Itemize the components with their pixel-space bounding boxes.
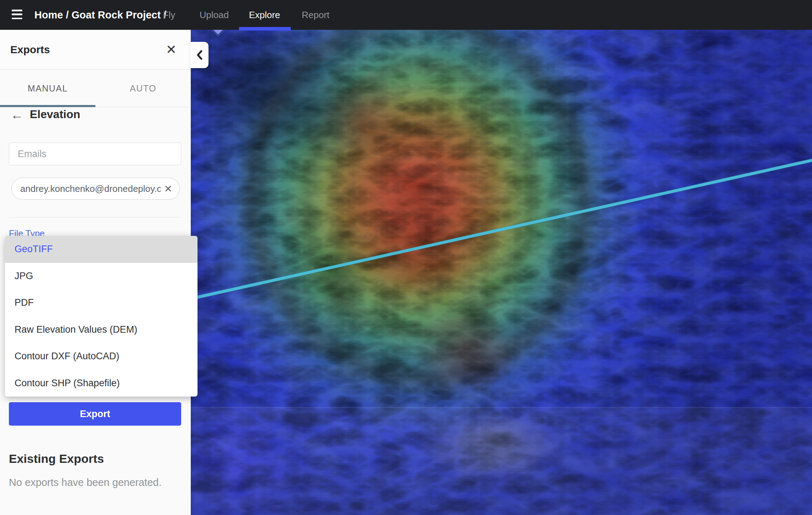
- chevron-left-icon: [196, 50, 203, 60]
- close-icon[interactable]: ✕: [166, 43, 177, 57]
- nav-tab-fly[interactable]: Fly: [163, 0, 176, 30]
- active-nav-tab-underline: [239, 27, 291, 31]
- chip-remove-icon[interactable]: ✕: [161, 183, 172, 195]
- menu-icon[interactable]: [12, 10, 22, 20]
- email-chip[interactable]: andrey.konchenko@dronedeploy.c... ✕: [11, 178, 180, 200]
- tab-manual[interactable]: MANUAL: [0, 70, 95, 107]
- dropdown-option-geotiff[interactable]: GeoTIFF: [5, 236, 198, 263]
- file-type-dropdown: GeoTIFF JPG PDF Raw Elevation Values (DE…: [5, 236, 198, 397]
- export-type-title: Elevation: [30, 108, 80, 121]
- export-button[interactable]: Export: [9, 402, 181, 426]
- existing-exports-empty-message: No exports have been generated.: [9, 477, 161, 488]
- panel-tabs: MANUAL AUTO: [0, 70, 191, 107]
- elevation-map[interactable]: [191, 30, 812, 515]
- tab-auto[interactable]: AUTO: [95, 70, 191, 107]
- dropdown-option-jpg[interactable]: JPG: [5, 263, 198, 290]
- emails-input[interactable]: [9, 143, 181, 165]
- flight-path-line: [191, 30, 812, 515]
- dropdown-option-pdf[interactable]: PDF: [5, 289, 198, 316]
- dropdown-option-shp[interactable]: Contour SHP (Shapefile): [5, 370, 198, 397]
- active-tab-underline: [0, 105, 95, 107]
- breadcrumb[interactable]: Home / Goat Rock Project /: [34, 0, 166, 30]
- dropdown-option-dxf[interactable]: Contour DXF (AutoCAD): [5, 343, 198, 370]
- back-arrow-icon[interactable]: ←: [11, 109, 23, 121]
- nav-tab-explore[interactable]: Explore: [249, 0, 280, 30]
- panel-title: Exports: [10, 30, 50, 70]
- top-nav-bar: Home / Goat Rock Project / Fly Upload Ex…: [0, 0, 812, 30]
- nav-tab-upload[interactable]: Upload: [200, 0, 229, 30]
- email-chip-text: andrey.konchenko@dronedeploy.c...: [20, 183, 161, 194]
- existing-exports-title: Existing Exports: [9, 452, 104, 466]
- exports-panel-header: Exports ✕: [0, 30, 191, 70]
- dropdown-option-dem[interactable]: Raw Elevation Values (DEM): [5, 316, 198, 343]
- nav-tab-report[interactable]: Report: [302, 0, 329, 30]
- divider: [9, 217, 181, 217]
- collapse-panel-button[interactable]: [190, 42, 208, 68]
